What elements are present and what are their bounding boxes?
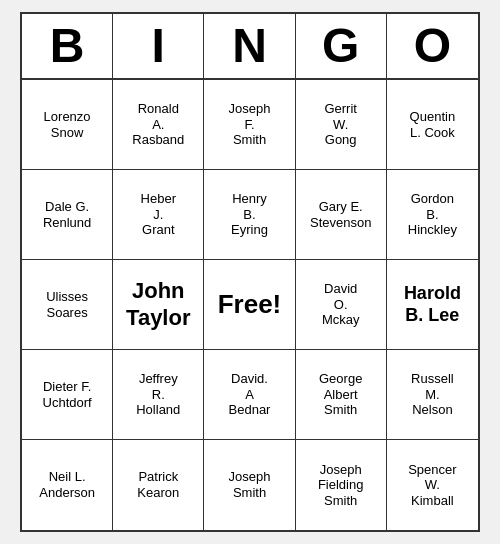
bingo-cell-1: RonaldA.Rasband <box>113 80 204 170</box>
bingo-cell-8: Gary E.Stevenson <box>296 170 387 260</box>
bingo-cell-4: QuentinL. Cook <box>387 80 478 170</box>
bingo-cell-12: Free! <box>204 260 295 350</box>
bingo-cell-0: LorenzoSnow <box>22 80 113 170</box>
header-letter-o: O <box>387 14 478 78</box>
bingo-cell-11: JohnTaylor <box>113 260 204 350</box>
bingo-cell-20: Neil L.Anderson <box>22 440 113 530</box>
bingo-cell-16: JeffreyR.Holland <box>113 350 204 440</box>
bingo-cell-19: RussellM.Nelson <box>387 350 478 440</box>
bingo-cell-23: JosephFieldingSmith <box>296 440 387 530</box>
bingo-cell-3: GerritW.Gong <box>296 80 387 170</box>
bingo-cell-17: David.ABednar <box>204 350 295 440</box>
bingo-cell-14: HaroldB. Lee <box>387 260 478 350</box>
bingo-card: BINGO LorenzoSnowRonaldA.RasbandJosephF.… <box>20 12 480 532</box>
header-letter-i: I <box>113 14 204 78</box>
bingo-cell-6: HeberJ.Grant <box>113 170 204 260</box>
header-letter-g: G <box>296 14 387 78</box>
bingo-cell-10: UlissesSoares <box>22 260 113 350</box>
bingo-cell-7: HenryB.Eyring <box>204 170 295 260</box>
bingo-cell-21: PatrickKearon <box>113 440 204 530</box>
bingo-cell-5: Dale G.Renlund <box>22 170 113 260</box>
bingo-header: BINGO <box>22 14 478 80</box>
bingo-cell-22: JosephSmith <box>204 440 295 530</box>
bingo-cell-13: DavidO.Mckay <box>296 260 387 350</box>
bingo-cell-2: JosephF.Smith <box>204 80 295 170</box>
bingo-cell-24: SpencerW.Kimball <box>387 440 478 530</box>
header-letter-b: B <box>22 14 113 78</box>
header-letter-n: N <box>204 14 295 78</box>
bingo-cell-18: GeorgeAlbertSmith <box>296 350 387 440</box>
bingo-cell-15: Dieter F.Uchtdorf <box>22 350 113 440</box>
bingo-grid: LorenzoSnowRonaldA.RasbandJosephF.SmithG… <box>22 80 478 530</box>
bingo-cell-9: GordonB.Hinckley <box>387 170 478 260</box>
